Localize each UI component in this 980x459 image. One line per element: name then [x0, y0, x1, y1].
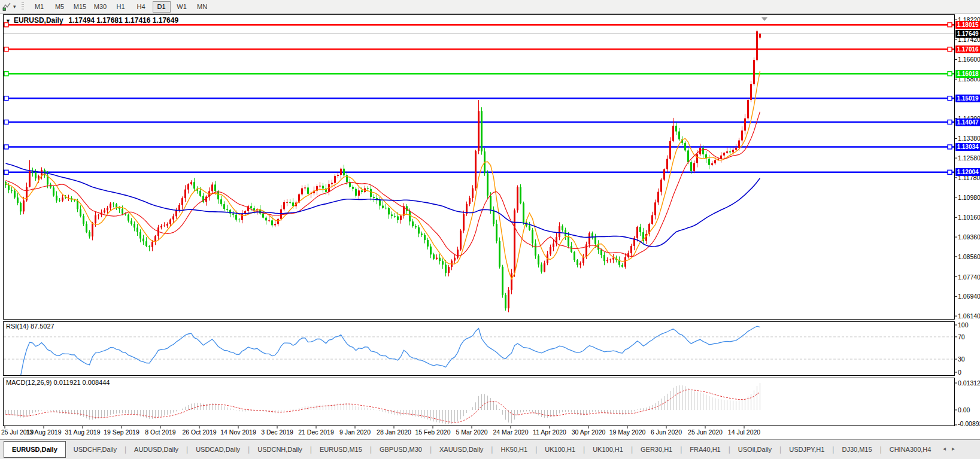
tab-scroll-right-icon[interactable]: ▸ — [952, 445, 961, 452]
hline-price-badge: 1.17016 — [955, 45, 980, 53]
date-tick-label: 30 Apr 2020 — [572, 428, 606, 436]
rsi-scale-label: 30 — [958, 355, 965, 363]
symbol-tab-USOil-Daily[interactable]: USOil,Daily — [730, 442, 779, 457]
symbol-tab-GER30-H1[interactable]: GER30,H1 — [633, 442, 680, 457]
date-tick-label: 31 Aug 2019 — [65, 428, 101, 436]
date-tick-label: 24 Mar 2020 — [493, 428, 529, 436]
date-tick-label: 25 Jun 2020 — [688, 428, 723, 436]
hline-price-badge: 1.12004 — [955, 168, 980, 176]
rsi-scale-label: 0 — [958, 369, 961, 376]
symbol-tab-EURUSD-M15[interactable]: EURUSD,M15 — [312, 442, 370, 457]
price-tick-label: 1.06940 — [958, 293, 980, 300]
timeframe-button-D1[interactable]: D1 — [153, 1, 171, 13]
date-tick-label: 8 Oct 2019 — [145, 428, 175, 436]
timeframe-button-H4[interactable]: H4 — [132, 1, 150, 13]
rsi-label: RSI(14) 87.5027 — [6, 323, 54, 330]
chart-type-icon[interactable] — [2, 2, 11, 11]
symbol-tab-USDJPY-H1[interactable]: USDJPY,H1 — [781, 442, 832, 457]
price-tick-label: 1.12580 — [958, 154, 980, 162]
timeframe-button-W1[interactable]: W1 — [173, 1, 191, 13]
tab-scroll-arrows: ◂▸ — [943, 445, 961, 452]
symbol-tab-CHINA300-H4[interactable]: CHINA300,H4 — [882, 442, 939, 457]
hline-price-badge: 1.14047 — [955, 118, 980, 126]
timeframe-button-H1[interactable]: H1 — [112, 1, 130, 13]
timeframe-button-M5[interactable]: M5 — [51, 1, 69, 13]
price-tick-label: 1.09360 — [958, 233, 980, 241]
date-tick-label: 21 Dec 2019 — [298, 428, 334, 436]
date-tick-label: 11 Apr 2020 — [533, 428, 566, 436]
date-tick-label: 19 Sep 2019 — [104, 428, 139, 436]
symbol-tab-USDCNH-Daily[interactable]: USDCNH,Daily — [250, 442, 310, 457]
chart-type-dropdown-caret-icon[interactable]: ▾ — [13, 4, 16, 10]
date-tick-label: 14 Nov 2019 — [220, 428, 256, 436]
macd-scale-label: 0.013121 — [958, 379, 980, 387]
collapse-triangle-icon[interactable]: ▼ — [5, 18, 11, 24]
timeframe-button-MN[interactable]: MN — [193, 1, 211, 13]
macd-label: MACD(12,26,9) 0.011921 0.008444 — [6, 379, 110, 386]
symbol-tab-FRA40-H1[interactable]: FRA40,H1 — [682, 442, 728, 457]
symbol-tab-USDCHF-Daily[interactable]: USDCHF,Daily — [66, 442, 125, 457]
symbol-tab-AUDUSD-Daily[interactable]: AUDUSD,Daily — [126, 442, 186, 457]
symbol-tab-XAUUSD-Daily[interactable]: XAUUSD,Daily — [432, 442, 491, 457]
symbol-tab-UK100-H1[interactable]: UK100,H1 — [537, 442, 583, 457]
price-tick-label: 1.07740 — [958, 273, 980, 281]
symbol-tab-bar: EURUSD,DailyUSDCHF,Daily|AUDUSD,Daily|US… — [0, 439, 980, 459]
rsi-scale-label: 70 — [958, 333, 965, 341]
symbol-tab-USDCAD-Daily[interactable]: USDCAD,Daily — [188, 442, 248, 457]
symbol-tab-DJ30-M15[interactable]: DJ30,M15 — [834, 442, 879, 457]
tab-scroll-left-icon[interactable]: ◂ — [943, 445, 952, 452]
date-tick-label: 28 Jan 2020 — [377, 428, 411, 436]
date-tick-label: 3 Dec 2019 — [261, 428, 293, 436]
chart-zigzag-icon — [2, 2, 11, 11]
timeframe-buttons: M1M5M15M30H1H4D1W1MN — [29, 1, 213, 13]
date-tick-label: 5 Mar 2020 — [456, 428, 487, 436]
price-tick-label: 1.16600 — [958, 56, 980, 63]
main-chart-canvas[interactable] — [0, 0, 980, 459]
timeframe-button-M1[interactable]: M1 — [31, 1, 48, 13]
price-tick-label: 1.13380 — [958, 135, 980, 142]
symbol-tab-HK50-H1[interactable]: HK50,H1 — [493, 442, 535, 457]
macd-scale-label: -0.00893 — [958, 420, 980, 427]
date-tick-label: 13 Aug 2019 — [26, 428, 62, 436]
hline-price-badge: 1.15019 — [955, 95, 980, 102]
macd-scale-label: 0.00 — [958, 406, 970, 414]
date-tick-label: 9 Jan 2020 — [339, 428, 371, 436]
date-tick-label: 14 Jul 2020 — [728, 428, 760, 436]
timeframe-button-M30[interactable]: M30 — [92, 1, 110, 13]
price-tick-label: 1.10160 — [958, 214, 980, 221]
hline-price-badge: 1.16018 — [955, 70, 980, 78]
chart-title-ohlc: 1.17494 1.17681 1.17416 1.17649 — [69, 16, 179, 25]
chart-title: ▼EURUSD,Daily1.17494 1.17681 1.17416 1.1… — [5, 16, 178, 25]
date-tick-label: 19 May 2020 — [609, 428, 646, 436]
hline-price-badge: 1.18015 — [955, 21, 980, 29]
hline-price-badge: 1.13034 — [955, 143, 980, 151]
timeframe-button-M15[interactable]: M15 — [71, 1, 89, 13]
price-tick-label: 1.06140 — [958, 312, 980, 320]
current-price-badge: 1.17649 — [955, 30, 980, 38]
symbol-tab-UK100-H1[interactable]: UK100,H1 — [585, 442, 631, 457]
toolbar-grip[interactable] — [22, 2, 24, 11]
price-tick-label: 1.08560 — [958, 253, 980, 260]
symbol-tab-EURUSD-Daily[interactable]: EURUSD,Daily — [4, 441, 66, 458]
date-tick-label: 15 Feb 2020 — [415, 428, 451, 436]
timeframe-toolbar: ▾ M1M5M15M30H1H4D1W1MN — [0, 0, 980, 14]
date-tick-label: 26 Oct 2019 — [182, 428, 216, 436]
trading-platform-window: ▾ M1M5M15M30H1H4D1W1MN ▼EURUSD,Daily1.17… — [0, 0, 980, 459]
chart-title-symbol: EURUSD,Daily — [14, 16, 63, 25]
rsi-scale-label: 100 — [958, 321, 969, 329]
date-tick-label: 6 Jun 2020 — [651, 428, 682, 436]
symbol-tab-GBPUSD-M30[interactable]: GBPUSD,M30 — [372, 442, 430, 457]
price-tick-label: 1.10980 — [958, 194, 980, 201]
